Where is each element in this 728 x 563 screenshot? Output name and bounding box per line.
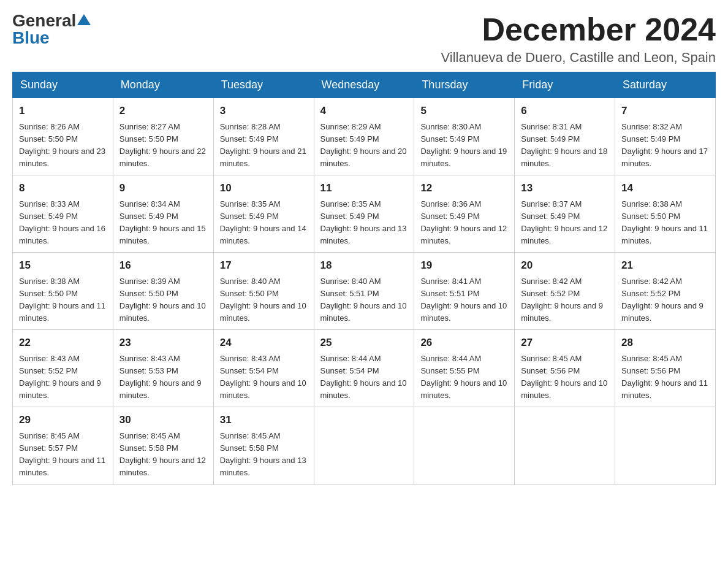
table-row: 16 Sunrise: 8:39 AMSunset: 5:50 PMDaylig…	[113, 253, 213, 330]
day-number: 5	[420, 103, 508, 119]
day-number: 17	[220, 258, 308, 274]
day-info: Sunrise: 8:40 AMSunset: 5:51 PMDaylight:…	[320, 277, 407, 323]
page-header: General Blue December 2024 Villanueva de…	[12, 12, 716, 66]
day-number: 19	[420, 258, 508, 274]
day-info: Sunrise: 8:37 AMSunset: 5:49 PMDaylight:…	[521, 199, 607, 245]
table-row: 25 Sunrise: 8:44 AMSunset: 5:54 PMDaylig…	[314, 330, 414, 407]
day-info: Sunrise: 8:30 AMSunset: 5:49 PMDaylight:…	[420, 122, 507, 168]
table-row	[314, 407, 414, 484]
calendar-week-row: 29 Sunrise: 8:45 AMSunset: 5:57 PMDaylig…	[13, 407, 716, 484]
day-info: Sunrise: 8:32 AMSunset: 5:49 PMDaylight:…	[621, 122, 708, 168]
day-info: Sunrise: 8:34 AMSunset: 5:49 PMDaylight:…	[119, 199, 206, 245]
day-number: 11	[320, 180, 408, 196]
table-row: 2 Sunrise: 8:27 AMSunset: 5:50 PMDayligh…	[113, 98, 213, 175]
day-number: 21	[621, 258, 709, 274]
day-number: 31	[220, 412, 308, 428]
table-row: 26 Sunrise: 8:44 AMSunset: 5:55 PMDaylig…	[414, 330, 515, 407]
day-info: Sunrise: 8:41 AMSunset: 5:51 PMDaylight:…	[420, 277, 507, 323]
table-row	[414, 407, 515, 484]
day-info: Sunrise: 8:43 AMSunset: 5:53 PMDaylight:…	[119, 354, 202, 400]
day-info: Sunrise: 8:31 AMSunset: 5:49 PMDaylight:…	[521, 122, 607, 168]
logo: General Blue	[12, 12, 91, 47]
calendar-week-row: 15 Sunrise: 8:38 AMSunset: 5:50 PMDaylig…	[13, 253, 716, 330]
calendar-week-row: 8 Sunrise: 8:33 AMSunset: 5:49 PMDayligh…	[13, 175, 716, 253]
day-number: 14	[621, 180, 709, 196]
day-number: 27	[521, 335, 609, 351]
day-info: Sunrise: 8:42 AMSunset: 5:52 PMDaylight:…	[621, 277, 703, 323]
table-row: 30 Sunrise: 8:45 AMSunset: 5:58 PMDaylig…	[113, 407, 213, 484]
day-info: Sunrise: 8:45 AMSunset: 5:57 PMDaylight:…	[19, 431, 105, 477]
day-info: Sunrise: 8:36 AMSunset: 5:49 PMDaylight:…	[420, 199, 507, 245]
day-number: 23	[119, 335, 207, 351]
day-number: 15	[19, 258, 107, 274]
table-row: 24 Sunrise: 8:43 AMSunset: 5:54 PMDaylig…	[213, 330, 314, 407]
day-info: Sunrise: 8:38 AMSunset: 5:50 PMDaylight:…	[19, 277, 105, 323]
table-row: 19 Sunrise: 8:41 AMSunset: 5:51 PMDaylig…	[414, 253, 515, 330]
table-row: 22 Sunrise: 8:43 AMSunset: 5:52 PMDaylig…	[13, 330, 113, 407]
day-info: Sunrise: 8:35 AMSunset: 5:49 PMDaylight:…	[320, 199, 407, 245]
header-saturday: Saturday	[615, 72, 716, 98]
logo-general-text: General	[12, 12, 76, 29]
day-number: 10	[220, 180, 308, 196]
table-row: 21 Sunrise: 8:42 AMSunset: 5:52 PMDaylig…	[615, 253, 716, 330]
table-row: 12 Sunrise: 8:36 AMSunset: 5:49 PMDaylig…	[414, 175, 515, 253]
header-friday: Friday	[515, 72, 615, 98]
day-info: Sunrise: 8:38 AMSunset: 5:50 PMDaylight:…	[621, 199, 708, 245]
table-row: 14 Sunrise: 8:38 AMSunset: 5:50 PMDaylig…	[615, 175, 716, 253]
day-number: 3	[220, 103, 308, 119]
day-info: Sunrise: 8:42 AMSunset: 5:52 PMDaylight:…	[521, 277, 603, 323]
table-row: 7 Sunrise: 8:32 AMSunset: 5:49 PMDayligh…	[615, 98, 716, 175]
table-row	[615, 407, 716, 484]
table-row: 9 Sunrise: 8:34 AMSunset: 5:49 PMDayligh…	[113, 175, 213, 253]
table-row: 15 Sunrise: 8:38 AMSunset: 5:50 PMDaylig…	[13, 253, 113, 330]
day-number: 30	[119, 412, 207, 428]
svg-marker-0	[77, 14, 91, 25]
day-number: 16	[119, 258, 207, 274]
day-number: 12	[420, 180, 508, 196]
day-info: Sunrise: 8:29 AMSunset: 5:49 PMDaylight:…	[320, 122, 407, 168]
table-row: 13 Sunrise: 8:37 AMSunset: 5:49 PMDaylig…	[515, 175, 615, 253]
day-number: 29	[19, 412, 107, 428]
header-thursday: Thursday	[414, 72, 515, 98]
day-info: Sunrise: 8:43 AMSunset: 5:52 PMDaylight:…	[19, 354, 101, 400]
table-row: 29 Sunrise: 8:45 AMSunset: 5:57 PMDaylig…	[13, 407, 113, 484]
day-info: Sunrise: 8:35 AMSunset: 5:49 PMDaylight:…	[220, 199, 306, 245]
day-info: Sunrise: 8:33 AMSunset: 5:49 PMDaylight:…	[19, 199, 105, 245]
table-row: 4 Sunrise: 8:29 AMSunset: 5:49 PMDayligh…	[314, 98, 414, 175]
day-info: Sunrise: 8:26 AMSunset: 5:50 PMDaylight:…	[19, 122, 105, 168]
day-number: 9	[119, 180, 207, 196]
day-number: 4	[320, 103, 408, 119]
day-info: Sunrise: 8:44 AMSunset: 5:54 PMDaylight:…	[320, 354, 407, 400]
header-wednesday: Wednesday	[314, 72, 414, 98]
table-row: 20 Sunrise: 8:42 AMSunset: 5:52 PMDaylig…	[515, 253, 615, 330]
day-number: 22	[19, 335, 107, 351]
day-number: 20	[521, 258, 609, 274]
table-row: 1 Sunrise: 8:26 AMSunset: 5:50 PMDayligh…	[13, 98, 113, 175]
table-row: 28 Sunrise: 8:45 AMSunset: 5:56 PMDaylig…	[615, 330, 716, 407]
day-number: 8	[19, 180, 107, 196]
table-row: 5 Sunrise: 8:30 AMSunset: 5:49 PMDayligh…	[414, 98, 515, 175]
header-sunday: Sunday	[13, 72, 113, 98]
day-info: Sunrise: 8:45 AMSunset: 5:58 PMDaylight:…	[220, 431, 306, 477]
day-info: Sunrise: 8:28 AMSunset: 5:49 PMDaylight:…	[220, 122, 306, 168]
day-number: 26	[420, 335, 508, 351]
title-area: December 2024 Villanueva de Duero, Casti…	[441, 12, 716, 66]
day-number: 25	[320, 335, 408, 351]
table-row: 11 Sunrise: 8:35 AMSunset: 5:49 PMDaylig…	[314, 175, 414, 253]
table-row: 17 Sunrise: 8:40 AMSunset: 5:50 PMDaylig…	[213, 253, 314, 330]
day-info: Sunrise: 8:44 AMSunset: 5:55 PMDaylight:…	[420, 354, 507, 400]
header-tuesday: Tuesday	[213, 72, 314, 98]
table-row: 27 Sunrise: 8:45 AMSunset: 5:56 PMDaylig…	[515, 330, 615, 407]
day-info: Sunrise: 8:43 AMSunset: 5:54 PMDaylight:…	[220, 354, 306, 400]
table-row: 3 Sunrise: 8:28 AMSunset: 5:49 PMDayligh…	[213, 98, 314, 175]
logo-triangle-icon	[77, 14, 91, 25]
table-row: 10 Sunrise: 8:35 AMSunset: 5:49 PMDaylig…	[213, 175, 314, 253]
calendar-header-row: Sunday Monday Tuesday Wednesday Thursday…	[13, 72, 716, 98]
calendar-week-row: 22 Sunrise: 8:43 AMSunset: 5:52 PMDaylig…	[13, 330, 716, 407]
month-title: December 2024	[441, 12, 716, 47]
table-row: 31 Sunrise: 8:45 AMSunset: 5:58 PMDaylig…	[213, 407, 314, 484]
calendar-week-row: 1 Sunrise: 8:26 AMSunset: 5:50 PMDayligh…	[13, 98, 716, 175]
day-info: Sunrise: 8:45 AMSunset: 5:56 PMDaylight:…	[521, 354, 607, 400]
header-monday: Monday	[113, 72, 213, 98]
day-number: 6	[521, 103, 609, 119]
